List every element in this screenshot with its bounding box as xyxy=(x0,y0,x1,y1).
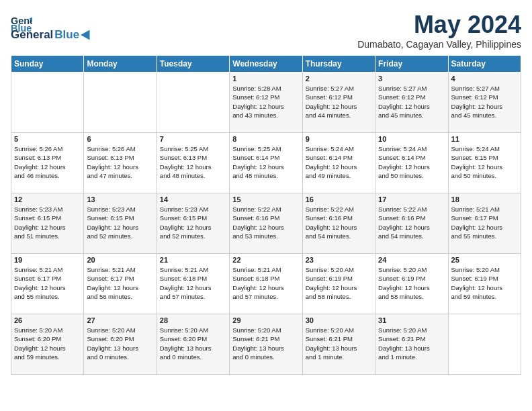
day-number: 9 xyxy=(306,135,372,143)
day-number: 20 xyxy=(87,256,153,264)
calendar-cell: 22Sunrise: 5:21 AM Sunset: 6:18 PM Dayli… xyxy=(230,254,302,314)
day-info: Sunrise: 5:27 AM Sunset: 6:12 PM Dayligh… xyxy=(378,84,445,120)
day-info: Sunrise: 5:20 AM Sunset: 6:19 PM Dayligh… xyxy=(306,265,372,301)
day-info: Sunrise: 5:20 AM Sunset: 6:19 PM Dayligh… xyxy=(451,265,518,301)
day-info: Sunrise: 5:21 AM Sunset: 6:17 PM Dayligh… xyxy=(87,265,153,301)
col-header-friday: Friday xyxy=(375,56,448,73)
calendar-cell: 28Sunrise: 5:20 AM Sunset: 6:20 PM Dayli… xyxy=(157,314,229,375)
page-header: General Blue General Blue May 2024 Dumab… xyxy=(11,11,521,50)
col-header-monday: Monday xyxy=(84,56,157,73)
day-info: Sunrise: 5:21 AM Sunset: 6:18 PM Dayligh… xyxy=(160,265,226,301)
day-info: Sunrise: 5:20 AM Sunset: 6:21 PM Dayligh… xyxy=(306,326,372,361)
week-row-1: 1Sunrise: 5:28 AM Sunset: 6:12 PM Daylig… xyxy=(11,73,521,133)
calendar-cell: 4Sunrise: 5:27 AM Sunset: 6:12 PM Daylig… xyxy=(448,73,521,133)
day-info: Sunrise: 5:20 AM Sunset: 6:21 PM Dayligh… xyxy=(378,326,445,361)
day-number: 16 xyxy=(306,195,372,203)
logo-general: General xyxy=(11,28,53,42)
day-info: Sunrise: 5:25 AM Sunset: 6:14 PM Dayligh… xyxy=(232,144,299,180)
calendar-cell: 19Sunrise: 5:21 AM Sunset: 6:17 PM Dayli… xyxy=(11,254,84,314)
week-row-4: 19Sunrise: 5:21 AM Sunset: 6:17 PM Dayli… xyxy=(11,254,521,314)
day-info: Sunrise: 5:21 AM Sunset: 6:18 PM Dayligh… xyxy=(232,265,299,301)
day-number: 2 xyxy=(306,75,372,83)
day-number: 26 xyxy=(14,316,81,324)
day-number: 1 xyxy=(232,75,299,83)
day-info: Sunrise: 5:20 AM Sunset: 6:20 PM Dayligh… xyxy=(14,326,81,361)
day-number: 6 xyxy=(87,135,153,143)
logo-arrow-icon xyxy=(81,30,93,40)
day-info: Sunrise: 5:24 AM Sunset: 6:14 PM Dayligh… xyxy=(378,144,445,180)
day-number: 21 xyxy=(160,256,226,264)
day-number: 23 xyxy=(306,256,372,264)
day-number: 30 xyxy=(306,316,372,324)
calendar-cell: 2Sunrise: 5:27 AM Sunset: 6:12 PM Daylig… xyxy=(302,73,375,133)
calendar-cell: 16Sunrise: 5:22 AM Sunset: 6:16 PM Dayli… xyxy=(302,193,375,254)
col-header-saturday: Saturday xyxy=(448,56,521,73)
week-row-2: 5Sunrise: 5:26 AM Sunset: 6:13 PM Daylig… xyxy=(11,133,521,193)
day-number: 28 xyxy=(160,316,226,324)
calendar-cell: 14Sunrise: 5:23 AM Sunset: 6:15 PM Dayli… xyxy=(157,193,229,254)
calendar-cell: 9Sunrise: 5:24 AM Sunset: 6:14 PM Daylig… xyxy=(302,133,375,193)
calendar-cell xyxy=(448,314,521,375)
day-number: 24 xyxy=(378,256,445,264)
logo-blue: Blue xyxy=(54,28,79,42)
col-header-tuesday: Tuesday xyxy=(157,56,229,73)
day-number: 13 xyxy=(87,195,153,203)
day-number: 29 xyxy=(232,316,299,324)
calendar-cell: 25Sunrise: 5:20 AM Sunset: 6:19 PM Dayli… xyxy=(448,254,521,314)
day-number: 31 xyxy=(378,316,445,324)
day-number: 22 xyxy=(232,256,299,264)
day-info: Sunrise: 5:20 AM Sunset: 6:20 PM Dayligh… xyxy=(87,326,153,361)
col-header-wednesday: Wednesday xyxy=(230,56,302,73)
calendar-cell: 12Sunrise: 5:23 AM Sunset: 6:15 PM Dayli… xyxy=(11,193,84,254)
calendar-cell: 1Sunrise: 5:28 AM Sunset: 6:12 PM Daylig… xyxy=(230,73,302,133)
calendar-cell: 26Sunrise: 5:20 AM Sunset: 6:20 PM Dayli… xyxy=(11,314,84,375)
calendar-cell: 31Sunrise: 5:20 AM Sunset: 6:21 PM Dayli… xyxy=(375,314,448,375)
col-header-thursday: Thursday xyxy=(302,56,375,73)
day-info: Sunrise: 5:22 AM Sunset: 6:16 PM Dayligh… xyxy=(378,205,445,240)
day-info: Sunrise: 5:28 AM Sunset: 6:12 PM Dayligh… xyxy=(232,84,299,120)
day-number: 5 xyxy=(14,135,81,143)
day-number: 11 xyxy=(451,135,518,143)
calendar-cell: 24Sunrise: 5:20 AM Sunset: 6:19 PM Dayli… xyxy=(375,254,448,314)
calendar-cell xyxy=(11,73,84,133)
calendar-cell xyxy=(84,73,157,133)
day-info: Sunrise: 5:22 AM Sunset: 6:16 PM Dayligh… xyxy=(232,205,299,240)
calendar-cell: 10Sunrise: 5:24 AM Sunset: 6:14 PM Dayli… xyxy=(375,133,448,193)
logo: General Blue General Blue xyxy=(11,13,93,42)
day-number: 4 xyxy=(451,75,518,83)
svg-marker-3 xyxy=(81,30,90,40)
day-info: Sunrise: 5:26 AM Sunset: 6:13 PM Dayligh… xyxy=(14,144,81,180)
calendar-cell: 15Sunrise: 5:22 AM Sunset: 6:16 PM Dayli… xyxy=(230,193,302,254)
day-info: Sunrise: 5:24 AM Sunset: 6:15 PM Dayligh… xyxy=(451,144,518,180)
header-row: SundayMondayTuesdayWednesdayThursdayFrid… xyxy=(11,56,521,73)
day-number: 27 xyxy=(87,316,153,324)
day-number: 25 xyxy=(451,256,518,264)
day-info: Sunrise: 5:25 AM Sunset: 6:13 PM Dayligh… xyxy=(160,144,226,180)
day-info: Sunrise: 5:21 AM Sunset: 6:17 PM Dayligh… xyxy=(451,205,518,240)
day-number: 10 xyxy=(378,135,445,143)
day-info: Sunrise: 5:22 AM Sunset: 6:16 PM Dayligh… xyxy=(306,205,372,240)
day-number: 14 xyxy=(160,195,226,203)
calendar-cell: 11Sunrise: 5:24 AM Sunset: 6:15 PM Dayli… xyxy=(448,133,521,193)
day-info: Sunrise: 5:27 AM Sunset: 6:12 PM Dayligh… xyxy=(451,84,518,120)
calendar-cell: 17Sunrise: 5:22 AM Sunset: 6:16 PM Dayli… xyxy=(375,193,448,254)
day-info: Sunrise: 5:23 AM Sunset: 6:15 PM Dayligh… xyxy=(160,205,226,240)
day-number: 8 xyxy=(232,135,299,143)
week-row-5: 26Sunrise: 5:20 AM Sunset: 6:20 PM Dayli… xyxy=(11,314,521,375)
day-info: Sunrise: 5:27 AM Sunset: 6:12 PM Dayligh… xyxy=(306,84,372,120)
title-block: May 2024 Dumabato, Cagayan Valley, Phili… xyxy=(357,11,521,50)
day-info: Sunrise: 5:20 AM Sunset: 6:20 PM Dayligh… xyxy=(160,326,226,361)
calendar-cell: 23Sunrise: 5:20 AM Sunset: 6:19 PM Dayli… xyxy=(302,254,375,314)
calendar-cell: 13Sunrise: 5:23 AM Sunset: 6:15 PM Dayli… xyxy=(84,193,157,254)
day-number: 19 xyxy=(14,256,81,264)
calendar-cell: 8Sunrise: 5:25 AM Sunset: 6:14 PM Daylig… xyxy=(230,133,302,193)
calendar-cell: 7Sunrise: 5:25 AM Sunset: 6:13 PM Daylig… xyxy=(157,133,229,193)
week-row-3: 12Sunrise: 5:23 AM Sunset: 6:15 PM Dayli… xyxy=(11,193,521,254)
calendar-cell: 30Sunrise: 5:20 AM Sunset: 6:21 PM Dayli… xyxy=(302,314,375,375)
calendar-cell: 5Sunrise: 5:26 AM Sunset: 6:13 PM Daylig… xyxy=(11,133,84,193)
day-number: 12 xyxy=(14,195,81,203)
col-header-sunday: Sunday xyxy=(11,56,84,73)
calendar-cell: 3Sunrise: 5:27 AM Sunset: 6:12 PM Daylig… xyxy=(375,73,448,133)
day-number: 17 xyxy=(378,195,445,203)
calendar-cell: 20Sunrise: 5:21 AM Sunset: 6:17 PM Dayli… xyxy=(84,254,157,314)
